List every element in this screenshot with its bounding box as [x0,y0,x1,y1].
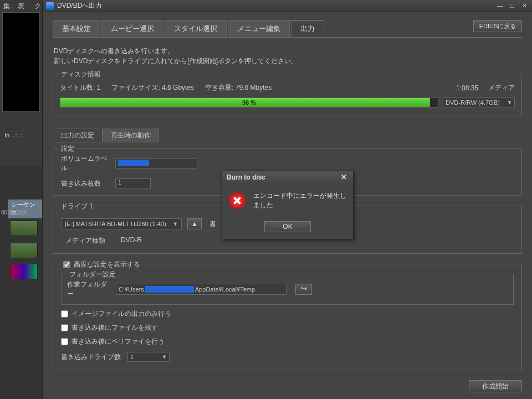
write-speed-label: 書 [209,219,216,229]
start-burn-button[interactable]: 作成開始 [469,380,522,392]
in-out-display: In --:--:-- [4,132,27,139]
group-label: 設定 [59,144,76,154]
menu-item[interactable]: ク [34,2,41,9]
group-label: フォルダー設定 [67,270,118,279]
tab-movie[interactable]: ムービー選択 [101,20,163,37]
dialog-message: エンコード中にエラーが発生しました [253,191,346,210]
desc-line: 新しいDVDディスクをドライブに入れてから[作成開始]ボタンを押してください。 [54,56,521,66]
image-only-label: イメージファイルの出力のみ行う [71,309,171,319]
eject-icon: ▲ [191,220,198,228]
redacted-text [145,286,194,293]
free-value: 79.6 Mbytes [236,84,272,91]
error-dialog: Burn to disc ✕ エンコード中にエラーが発生しました OK [222,171,354,239]
copies-input[interactable]: 1 [115,178,151,188]
group-label: ドライブ 1 [59,202,95,211]
workfolder-label: 作業フォルダー [67,280,110,299]
redacted-text [118,160,149,166]
advanced-group: 高度な設定を表示する フォルダー設定 作業フォルダー C:¥Users AppD… [53,264,522,370]
volume-label-input[interactable] [115,158,197,168]
editor-background: 集 表示 ク In --:--:-- シーケンス 00:00:00;0 [0,0,44,399]
subtab-output-settings[interactable]: 出力の設定 [53,129,103,142]
output-subtabs: 出力の設定 再生時の動作 [53,129,522,142]
timecode: 00:00:00;0 [1,209,27,216]
duration-value: 1:08:35 [456,84,478,92]
chevron-down-icon: ▼ [507,100,512,105]
drive-count-select[interactable]: 1 ▼ [127,352,170,362]
footer: 作成開始 [469,380,522,392]
copies-label: 書き込み枚数 [61,179,110,188]
drive-select[interactable]: [E:] MATSHITA BD-MLT UJ260 (1.40) ▼ [61,218,182,229]
close-button[interactable]: ✕ [520,2,529,10]
dialog-close-button[interactable]: ✕ [339,173,349,182]
keep-files-checkbox[interactable] [61,324,68,331]
eject-button[interactable]: ▲ [187,218,202,229]
mediatype-label: メディア種類 [65,236,105,245]
folder-open-icon: ↪ [301,284,307,293]
volume-label-label: ボリュームラベル [61,154,110,173]
filesize-label: ファイルサイズ: [111,84,160,91]
window-title: DVD/BDへ出力 [57,1,495,11]
maximize-button[interactable]: □ [508,2,516,10]
mediatype-value: DVD-R [121,236,142,245]
browse-button[interactable]: ↪ [295,284,312,295]
dialog-title: Burn to disc [227,173,265,181]
preview-monitor [2,12,40,112]
bg-menu: 集 表示 ク [0,0,44,11]
verify-checkbox[interactable] [61,338,68,345]
tab-output[interactable]: 出力 [291,20,324,37]
titlebar: DVD/BDへ出力 — □ ✕ [43,0,532,12]
main-tabs: 基本設定 ムービー選択 スタイル選択 メニュー編集 出力 EDIUSに戻る [53,20,522,38]
drive-count-label: 書き込みドライブ数 [61,352,122,362]
path-segment: C:¥Users [119,286,144,293]
return-to-edius-button[interactable]: EDIUSに戻る [473,20,522,32]
chevron-down-icon: ▼ [162,354,167,360]
path-segment: AppData¥Local¥Temp [195,286,255,293]
menu-item[interactable]: 集 [3,2,10,9]
tab-basic[interactable]: 基本設定 [53,20,100,37]
clip-thumb[interactable] [10,264,38,279]
group-label: ディスク情報 [59,70,103,79]
error-icon [229,192,245,209]
disc-info-group: ディスク情報 タイトル数: 1 ファイルサイズ: 4.6 Gbytes 空き容量… [53,74,522,116]
menu-item[interactable]: 表示 [18,2,27,9]
drive-count-value: 1 [130,354,134,360]
clip-thumb[interactable] [10,243,38,258]
chevron-down-icon: ▼ [173,221,178,227]
ok-button[interactable]: OK [264,221,311,232]
dialog-titlebar: Burn to disc ✕ [222,171,353,183]
clip-thumb[interactable] [10,221,38,236]
minimize-button[interactable]: — [495,2,504,10]
progress-text: 98 % [60,98,438,107]
drive-select-value: [E:] MATSHITA BD-MLT UJ260 (1.40) [65,221,166,227]
free-label: 空き容量: [205,84,233,91]
show-advanced-checkbox[interactable] [63,261,70,268]
tab-style[interactable]: スタイル選択 [165,20,227,37]
folder-settings-group: フォルダー設定 作業フォルダー C:¥Users AppData¥Local¥T… [61,274,514,305]
image-only-checkbox[interactable] [61,310,68,318]
titles-value: 1 [97,84,101,91]
tab-menu[interactable]: メニュー編集 [228,20,290,37]
subtab-playback[interactable]: 再生時の動作 [103,129,159,142]
app-icon [46,2,54,10]
show-advanced-label: 高度な設定を表示する [74,260,140,269]
keep-files-label: 書き込み後にファイルを残す [71,323,158,332]
media-label: メディア [488,83,515,93]
disc-usage-bar: 98 % [60,98,438,108]
desc-line: DVDディスクへの書き込みを行います。 [54,46,521,56]
titles-label: タイトル数: [60,84,95,91]
description: DVDディスクへの書き込みを行います。 新しいDVDディスクをドライブに入れてか… [54,46,521,66]
workfolder-input[interactable]: C:¥Users AppData¥Local¥Temp [116,284,287,295]
media-select[interactable]: DVD-R/RW (4.7GB) ▼ [443,97,515,108]
filesize-value: 4.6 Gbytes [162,84,194,91]
media-select-value: DVD-R/RW (4.7GB) [446,99,500,106]
verify-label: 書き込み後にベリファイを行う [71,337,165,346]
